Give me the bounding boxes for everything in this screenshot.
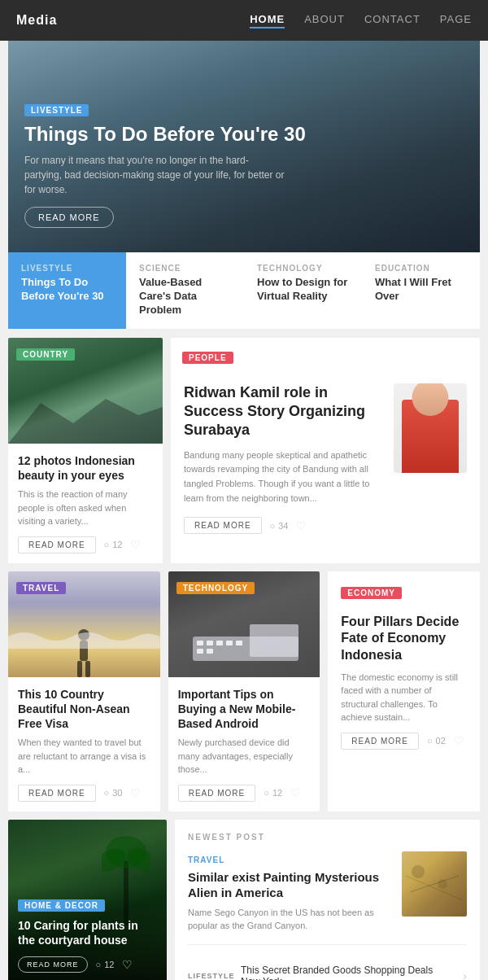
hero-content: LIVESTYLE Things To Do Before You're 30 … xyxy=(24,102,464,228)
cards-row-2: TRAVEL This 10 Country Beautiful Non-Ase… xyxy=(8,571,480,812)
card-indonesia-read-more[interactable]: READ MORE xyxy=(18,536,96,553)
card-ridwan-text: Bandung many people skeptical and apathe… xyxy=(184,448,381,505)
card-home-image-wrap: HOME & DECOR 10 Caring for plants in the… xyxy=(8,820,167,980)
tab-science-title: Value-Based Care's Data Problem xyxy=(139,276,231,317)
card-economy-footer: READ MORE ○ 02 ♡ xyxy=(341,733,467,750)
comment-icon-home: ○ xyxy=(96,960,102,969)
card-indonesia-heart[interactable]: ♡ xyxy=(130,538,141,551)
card-economy-heart[interactable]: ♡ xyxy=(454,734,464,747)
svg-rect-12 xyxy=(207,649,213,654)
svg-rect-9 xyxy=(226,641,233,645)
card-home-heart[interactable]: ♡ xyxy=(122,958,133,971)
newest-list-cat-1: LIFESTYLE xyxy=(188,972,233,980)
newest-list-title-1: This Secret Branded Goods Shopping Deals… xyxy=(241,965,455,980)
svg-rect-10 xyxy=(236,641,242,645)
tab-education-title: What I Will Fret Over xyxy=(375,276,467,304)
svg-rect-3 xyxy=(77,661,82,677)
svg-line-20 xyxy=(410,876,459,892)
comment-icon: ○ xyxy=(104,540,110,549)
card-ridwan-comments: ○ 34 xyxy=(270,521,289,531)
tab-livestyle[interactable]: LIVESTYLE Things To Do Before You're 30 xyxy=(8,252,126,329)
site-logo: Media xyxy=(16,13,57,28)
card-economy-tag: ECONOMY xyxy=(341,587,402,599)
card-travel-title: This 10 Country Beautiful Non-Asean Free… xyxy=(18,687,150,732)
newest-featured-tag: TRAVEL xyxy=(188,855,224,864)
tab-education[interactable]: EDUCATION What I Will Fret Over xyxy=(362,252,480,329)
card-travel-read-more[interactable]: READ MORE xyxy=(18,785,96,802)
hero-title: Things To Do Before You're 30 xyxy=(24,123,464,147)
svg-line-21 xyxy=(406,876,463,900)
card-travel-footer: READ MORE ○ 30 ♡ xyxy=(18,785,150,802)
card-ridwan-heart[interactable]: ♡ xyxy=(296,519,307,532)
comment-icon-travel: ○ xyxy=(104,788,110,798)
tab-education-cat: EDUCATION xyxy=(375,264,467,273)
card-travel-tag-overlay: TRAVEL xyxy=(16,580,66,601)
newest-post-section: NEWEST POST TRAVEL Similar exist Paintin… xyxy=(175,820,480,980)
card-travel: TRAVEL This 10 Country Beautiful Non-Ase… xyxy=(8,571,160,812)
comment-icon-tech: ○ xyxy=(264,788,269,798)
nav-page[interactable]: PAGE xyxy=(440,13,472,28)
card-home-read-more[interactable]: READ MORE xyxy=(18,956,88,973)
nav-home[interactable]: HOME xyxy=(250,13,285,28)
card-economy: ECONOMY Four Pillars Decide Fate of Econ… xyxy=(328,571,480,812)
hero-description: For many it means that you're no longer … xyxy=(24,153,285,197)
svg-rect-13 xyxy=(250,624,298,657)
main-nav: HOME ABOUT CONTACT PAGE xyxy=(250,13,472,28)
card-indonesia-title: 12 photos Indonesian beauty in your eyes xyxy=(18,453,153,483)
newest-featured-text: Name Sego Canyon in the US has not been … xyxy=(188,906,392,933)
card-technology-text: Newly purchased device did many advantag… xyxy=(178,736,311,777)
card-economy-text: The domestic economy is still faced with… xyxy=(341,671,467,724)
newest-post-label: NEWEST POST xyxy=(188,833,467,842)
card-indonesia-tag: COUNTRY xyxy=(16,348,75,361)
hero-read-more-button[interactable]: READ MORE xyxy=(24,207,114,228)
tab-science[interactable]: SCIENCE Value-Based Care's Data Problem xyxy=(126,252,244,329)
card-travel-body: This 10 Country Beautiful Non-Asean Free… xyxy=(8,677,160,812)
card-technology: TECHNOLOGY Important Tips on Buying a Ne… xyxy=(168,571,320,812)
cards-row-1: COUNTRY 12 photos Indonesian beauty in y… xyxy=(8,338,480,812)
svg-rect-7 xyxy=(207,641,213,645)
card-travel-heart[interactable]: ♡ xyxy=(130,786,141,799)
card-ridwan-footer: READ MORE ○ 34 ♡ xyxy=(184,517,381,534)
card-ridwan-title: Ridwan Kamil role in Success Story Organ… xyxy=(184,383,381,440)
card-technology-heart[interactable]: ♡ xyxy=(290,786,301,799)
card-indonesia-tag-overlay: COUNTRY xyxy=(16,346,75,367)
card-technology-image: TECHNOLOGY xyxy=(168,571,320,677)
card-economy-read-more[interactable]: READ MORE xyxy=(341,733,419,750)
svg-marker-0 xyxy=(8,399,163,444)
card-technology-comments: ○ 12 xyxy=(264,788,282,798)
card-ridwan-read-more[interactable]: READ MORE xyxy=(184,517,262,534)
card-travel-text: When they wanted to travel but are reluc… xyxy=(18,736,150,777)
nav-contact[interactable]: CONTACT xyxy=(364,13,420,28)
svg-point-19 xyxy=(438,879,447,889)
card-technology-read-more[interactable]: READ MORE xyxy=(178,785,256,802)
tab-science-cat: SCIENCE xyxy=(139,264,231,273)
card-economy-title: Four Pillars Decide Fate of Economy Indo… xyxy=(341,614,467,664)
card-home-content: HOME & DECOR 10 Caring for plants in the… xyxy=(8,887,167,980)
newest-featured-content: TRAVEL Similar exist Painting Mysterious… xyxy=(188,851,392,933)
tab-technology[interactable]: TECHNOLOGY How to Design for Virtual Rea… xyxy=(244,252,362,329)
card-indonesia: COUNTRY 12 photos Indonesian beauty in y… xyxy=(8,338,163,563)
newest-list-item-1[interactable]: LIFESTYLE This Secret Branded Goods Shop… xyxy=(188,956,467,980)
card-technology-footer: READ MORE ○ 12 ♡ xyxy=(178,785,311,802)
hero-section: LIVESTYLE Things To Do Before You're 30 … xyxy=(8,41,480,252)
card-indonesia-text: This is the reaction of many people is o… xyxy=(18,488,153,528)
newest-featured-title: Similar exist Painting Mysterious Alien … xyxy=(188,869,392,901)
card-travel-comments: ○ 30 xyxy=(104,788,123,798)
tab-technology-cat: TECHNOLOGY xyxy=(257,264,349,273)
tabs-bar: LIVESTYLE Things To Do Before You're 30 … xyxy=(8,252,480,330)
comment-icon-economy: ○ xyxy=(427,736,433,746)
card-home-decor: HOME & DECOR 10 Caring for plants in the… xyxy=(8,820,167,980)
tab-livestyle-cat: LIVESTYLE xyxy=(21,264,113,273)
svg-rect-11 xyxy=(197,649,203,654)
nav-about[interactable]: ABOUT xyxy=(304,13,345,28)
comment-icon-ridwan: ○ xyxy=(270,521,276,531)
card-indonesia-image: COUNTRY xyxy=(8,338,163,444)
card-economy-body: ECONOMY Four Pillars Decide Fate of Econ… xyxy=(328,571,480,763)
svg-point-18 xyxy=(412,865,425,878)
svg-rect-6 xyxy=(197,641,203,645)
card-ridwan-inner: Ridwan Kamil role in Success Story Organ… xyxy=(171,370,480,548)
card-indonesia-comments: ○ 12 xyxy=(104,540,123,549)
card-ridwan: PEOPLE Ridwan Kamil role in Success Stor… xyxy=(171,338,480,563)
chevron-right-icon-1: › xyxy=(463,969,467,980)
header: Media HOME ABOUT CONTACT PAGE xyxy=(0,0,488,41)
